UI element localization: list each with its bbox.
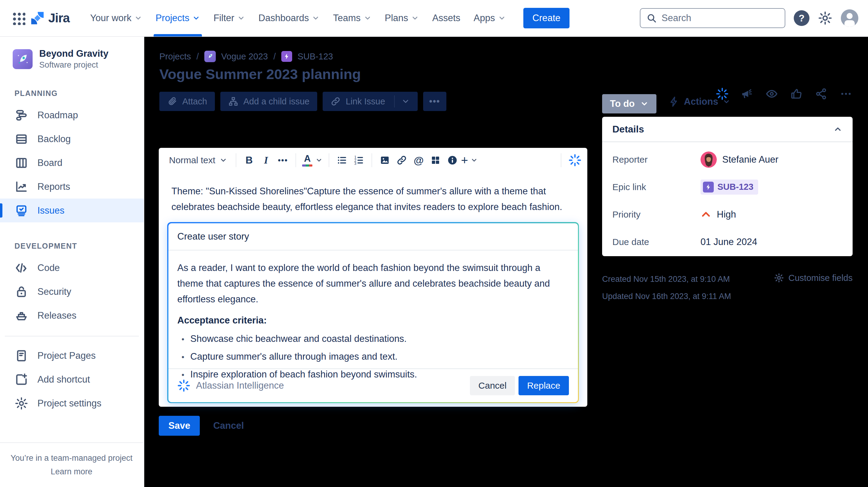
sidebar-item-code[interactable]: Code [0,256,144,280]
sidebar-item-releases[interactable]: Releases [0,303,144,327]
nav-teams[interactable]: Teams [326,0,378,36]
save-button[interactable]: Save [159,416,200,436]
details-header[interactable]: Details [602,117,852,142]
insert-table-button[interactable] [427,152,444,169]
nav-apps[interactable]: Apps [467,0,513,36]
more-formatting-button[interactable]: ••• [274,152,291,169]
lightning-icon [668,96,680,107]
vote-thumbs-up-icon[interactable] [790,88,803,100]
attach-button[interactable]: Attach [159,92,215,111]
bullet-list-button[interactable] [334,152,350,169]
breadcrumb-projects[interactable]: Projects [159,52,191,62]
insert-image-button[interactable] [376,152,393,169]
search-input[interactable] [661,13,779,24]
section-planning-label: PLANNING [14,89,144,98]
nav-assets[interactable]: Assets [426,0,467,36]
status-dropdown[interactable]: To do [602,94,656,113]
sidebar-divider [5,336,139,336]
bold-button[interactable]: B [241,152,257,169]
board-icon [14,156,28,170]
link-issue-button[interactable]: Link Issue [322,92,418,111]
roadmap-icon [14,108,28,122]
issues-icon [14,204,28,218]
sidebar-item-add-shortcut[interactable]: Add shortcut [0,367,144,391]
chevron-down-icon [364,14,372,22]
add-shortcut-icon [14,372,28,387]
ai-replace-button[interactable]: Replace [519,376,568,395]
watch-eye-icon[interactable] [765,88,778,100]
sidebar-item-security[interactable]: Security [0,280,144,303]
global-search[interactable] [640,8,785,28]
breadcrumb-issue[interactable]: SUB-123 [298,52,333,62]
nav-projects[interactable]: Projects [149,0,207,36]
description-text[interactable]: Theme: "Sun-Kissed Shorelines"Capture th… [172,184,574,215]
sidebar-item-backlog[interactable]: Backlog [0,127,144,151]
info-panel-button[interactable] [444,152,461,169]
top-navigation: Jira Your work Projects Filter Dashboard… [0,0,868,37]
breadcrumb-project[interactable]: Vogue 2023 [221,52,268,62]
text-color-button[interactable]: A [300,154,324,167]
sidebar-item-board[interactable]: Board [0,151,144,175]
reporter-name: Stefanie Auer [722,154,778,165]
nav-plans[interactable]: Plans [378,0,426,36]
gear-icon [14,396,28,410]
toolbar-divider [296,153,296,167]
cancel-link[interactable]: Cancel [213,420,244,431]
chevron-down-icon [219,156,227,164]
priority-value[interactable]: High [701,209,736,220]
create-button[interactable]: Create [523,8,569,28]
bullet: • [182,349,184,366]
nav-your-work[interactable]: Your work [84,0,149,36]
more-icon[interactable] [840,88,852,100]
insert-link-button[interactable] [393,152,410,169]
reporter-value[interactable]: Stefanie Auer [701,152,778,168]
user-avatar[interactable] [841,9,858,27]
updated-timestamp: Updated Nov 16th 2023, at 9:11 AM [602,292,731,301]
chevron-down-icon[interactable] [401,97,410,106]
sidebar-item-roadmap[interactable]: Roadmap [0,103,144,127]
search-icon [647,13,657,23]
primary-nav: Your work Projects Filter Dashboards Tea… [84,0,513,36]
toolbar-divider [329,153,329,167]
epic-link-badge[interactable]: SUB-123 [701,180,758,195]
actions-menu[interactable]: Actions [668,96,731,107]
due-date-value[interactable]: 01 June 2024 [701,236,757,248]
chevron-up-icon[interactable] [833,125,842,134]
add-child-issue-button[interactable]: Add a child issue [220,92,317,111]
settings-gear-icon[interactable] [818,11,832,25]
app-switcher-icon[interactable] [11,11,25,25]
project-title-block: Beyond Gravity Software project [39,48,108,70]
color-strip [302,164,312,167]
help-icon[interactable]: ? [794,10,809,26]
chevron-down-icon [498,14,506,22]
nav-filter[interactable]: Filter [207,0,252,36]
ai-response: As a reader, I want to explore the world… [168,251,578,384]
ai-prompt-input[interactable]: Create user story [168,223,578,251]
backlog-icon [14,132,28,146]
customise-fields[interactable]: Customise fields [760,273,852,283]
nav-dashboards[interactable]: Dashboards [252,0,326,36]
italic-button[interactable]: I [257,152,274,169]
sidebar-item-reports[interactable]: Reports [0,175,144,199]
sidebar-item-project-settings[interactable]: Project settings [0,391,144,415]
due-date-row: Due date 01 June 2024 [612,228,842,256]
sidebar-footer: You’re in a team-managed project Learn m… [0,442,143,487]
ai-sparkle-icon[interactable] [568,154,581,167]
sidebar-item-issues[interactable]: Issues [0,199,144,222]
numbered-list-button[interactable]: 123 [350,152,367,169]
learn-more-link[interactable]: Learn more [51,467,92,477]
insert-more-button[interactable]: + [461,154,477,166]
breadcrumb-project-icon [204,51,216,62]
text-style-dropdown[interactable]: Normal text [165,155,231,165]
ai-footer: Atlassian Intelligence Cancel Replace [168,368,578,402]
feedback-megaphone-icon[interactable] [741,88,753,100]
share-icon[interactable] [815,88,828,100]
ai-cancel-button[interactable]: Cancel [470,376,515,395]
jira-logo[interactable]: Jira [30,10,70,26]
sidebar-item-project-pages[interactable]: Project Pages [0,344,144,367]
priority-label: Priority [612,209,701,220]
project-header[interactable]: Beyond Gravity Software project [13,48,144,70]
mention-button[interactable]: @ [410,152,427,169]
more-actions-button[interactable]: ••• [423,92,446,111]
project-sidebar: Beyond Gravity Software project PLANNING… [0,37,144,487]
